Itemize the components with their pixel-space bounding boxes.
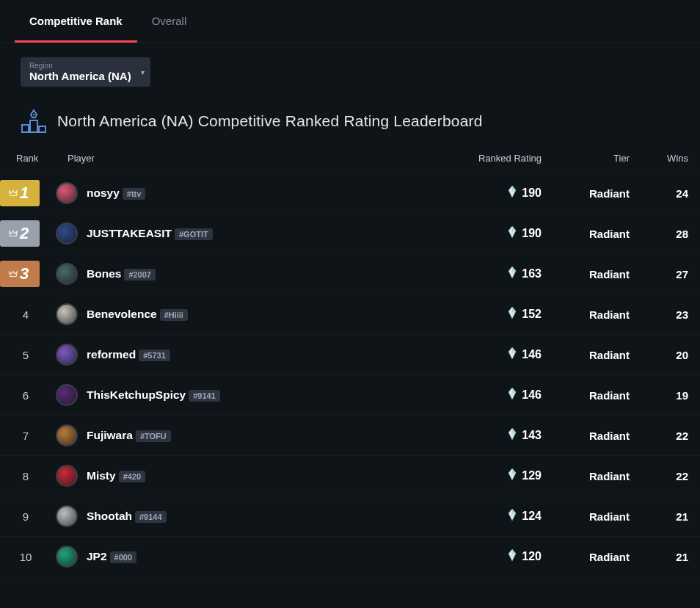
tab-competitive-rank[interactable]: Competitive Rank (15, 0, 137, 42)
player-name: nosyy (87, 187, 120, 199)
tier-cell: Radiant (549, 551, 630, 563)
region-value: North America (NA) (29, 70, 131, 82)
table-row[interactable]: 2JUSTTAKEASIT#GOTIT190Radiant28 (0, 214, 700, 254)
table-row[interactable]: 1nosyy#ttv190Radiant24 (0, 173, 700, 214)
wins-cell: 22 (630, 430, 688, 442)
tier-cell: Radiant (549, 470, 630, 482)
rank-number: 8 (0, 470, 51, 482)
player-cell[interactable]: Bones#2007 (51, 263, 439, 285)
table-row[interactable]: 8Misty#420129Radiant22 (0, 456, 700, 496)
player-cell[interactable]: Shootah#9144 (51, 505, 439, 527)
player-tag: #TOFU (136, 430, 171, 442)
region-label: Region (29, 62, 131, 70)
rank-cell: 1 (0, 173, 51, 213)
tier-cell: Radiant (549, 430, 630, 442)
player-cell[interactable]: nosyy#ttv (51, 182, 439, 204)
rating-value: 163 (522, 267, 542, 281)
player-tag: #5731 (139, 350, 170, 361)
player-cell[interactable]: Misty#420 (51, 465, 439, 487)
avatar (56, 263, 78, 285)
rating-value: 152 (522, 308, 542, 321)
player-tag: #Hiiii (160, 309, 188, 321)
rating-value: 190 (522, 187, 542, 200)
wins-cell: 21 (630, 510, 688, 523)
player-cell[interactable]: JP2#000 (51, 546, 439, 568)
rating-cell: 163 (439, 266, 549, 282)
svg-point-3 (33, 114, 34, 115)
chevron-down-icon: ▾ (141, 68, 145, 76)
svg-rect-0 (22, 125, 29, 132)
player-name: Benevolence (87, 308, 157, 320)
player-cell[interactable]: reformed#5731 (51, 344, 439, 366)
rank-number: 6 (0, 389, 51, 402)
avatar (56, 303, 78, 325)
rating-icon (507, 549, 517, 565)
table-row[interactable]: 6ThisKetchupSpicy#9141146Radiant19 (0, 375, 700, 416)
rank-number: 2 (20, 224, 29, 243)
col-player: Player (68, 153, 439, 164)
rating-icon (507, 306, 517, 322)
avatar (56, 505, 78, 527)
rating-icon (507, 225, 517, 242)
table-row[interactable]: 3Bones#2007163Radiant27 (0, 254, 700, 294)
rank-badge: 1 (0, 180, 40, 206)
table-row[interactable]: 9Shootah#9144124Radiant21 (0, 496, 700, 537)
rating-icon (507, 508, 517, 524)
player-tag: #ttv (123, 188, 146, 200)
player-cell[interactable]: ThisKetchupSpicy#9141 (51, 384, 439, 406)
rating-cell: 120 (439, 549, 549, 565)
rating-value: 143 (522, 429, 542, 442)
rank-number: 10 (0, 551, 51, 563)
player-name: Bones (87, 267, 121, 280)
player-name: reformed (87, 348, 136, 361)
tier-cell: Radiant (549, 187, 630, 200)
rating-cell: 129 (439, 468, 549, 484)
tier-cell: Radiant (549, 349, 630, 361)
rank-number: 5 (0, 349, 51, 361)
table-header: Rank Player Ranked Rating Tier Wins (0, 144, 700, 173)
leaderboard-icon (21, 109, 47, 134)
rank-number: 3 (20, 264, 29, 283)
rank-cell: 6 (0, 375, 51, 415)
table-row[interactable]: 7Fujiwara#TOFU143Radiant22 (0, 416, 700, 456)
avatar (56, 424, 78, 446)
rating-icon (507, 427, 517, 444)
svg-rect-1 (30, 120, 37, 132)
rank-cell: 7 (0, 416, 51, 455)
rating-icon (507, 468, 517, 484)
table-row[interactable]: 10JP2#000120Radiant21 (0, 537, 700, 577)
avatar (56, 465, 78, 487)
col-rating: Ranked Rating (439, 153, 549, 164)
player-cell[interactable]: Fujiwara#TOFU (51, 424, 439, 446)
wins-cell: 23 (630, 308, 688, 321)
wins-cell: 28 (630, 228, 688, 240)
rating-icon (507, 347, 517, 363)
table-row[interactable]: 5reformed#5731146Radiant20 (0, 335, 700, 375)
wins-cell: 24 (630, 187, 688, 200)
rating-cell: 190 (439, 185, 549, 201)
tier-cell: Radiant (549, 228, 630, 240)
tier-cell: Radiant (549, 268, 630, 281)
leaderboard-table: Rank Player Ranked Rating Tier Wins 1nos… (0, 144, 700, 577)
tier-cell: Radiant (549, 389, 630, 402)
col-tier: Tier (549, 153, 630, 164)
rating-cell: 124 (439, 508, 549, 524)
rank-cell: 4 (0, 294, 51, 334)
rank-number: 4 (0, 308, 51, 321)
wins-cell: 21 (630, 551, 688, 563)
table-row[interactable]: 4Benevolence#Hiiii152Radiant23 (0, 294, 700, 335)
region-select[interactable]: Region North America (NA) ▾ (21, 57, 150, 87)
player-tag: #GOTIT (175, 228, 213, 240)
player-cell[interactable]: JUSTTAKEASIT#GOTIT (51, 222, 439, 245)
tier-cell: Radiant (549, 510, 630, 523)
col-wins: Wins (630, 153, 688, 164)
rating-cell: 146 (439, 347, 549, 363)
tab-overall[interactable]: Overall (137, 0, 202, 42)
rating-value: 129 (522, 469, 542, 482)
player-cell[interactable]: Benevolence#Hiiii (51, 303, 439, 325)
rank-number: 1 (20, 184, 29, 203)
col-rank: Rank (16, 153, 68, 164)
player-name: JP2 (87, 550, 107, 562)
player-name: Misty (87, 469, 116, 482)
avatar (56, 222, 78, 245)
